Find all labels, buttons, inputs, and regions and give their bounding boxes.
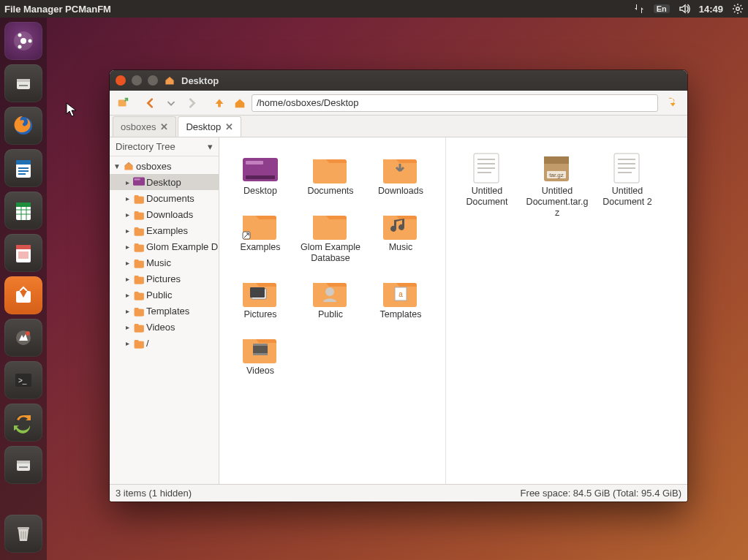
gear-icon[interactable] [732, 3, 744, 15]
launcher-dash[interactable] [4, 22, 42, 60]
top-panel: File Manager PCManFM En 14:49 [0, 0, 748, 18]
launcher-writer[interactable] [4, 149, 42, 187]
network-icon[interactable] [633, 3, 645, 15]
window-maximize-button[interactable] [148, 75, 158, 86]
new-tab-button[interactable] [114, 94, 132, 112]
file-item-examples[interactable]: Examples [227, 203, 294, 267]
tree-node-glom-example-d[interactable]: ▸Glom Example D [110, 238, 219, 254]
tree-node-osboxes[interactable]: ▼osboxes [110, 158, 219, 174]
nav-history-button[interactable] [162, 94, 180, 112]
archive-icon [537, 149, 578, 184]
svg-line-21 [741, 5, 742, 7]
folder-link-icon [240, 205, 281, 241]
svg-rect-63 [250, 287, 265, 298]
clock[interactable]: 14:49 [699, 4, 723, 15]
file-item-label: Templates [380, 309, 422, 320]
tree-node-desktop[interactable]: ▸Desktop [110, 174, 219, 190]
launcher-settings[interactable] [4, 319, 42, 357]
tree-node-music[interactable]: ▸Music [110, 254, 219, 270]
window-close-button[interactable] [116, 75, 126, 86]
svg-point-24 [29, 39, 32, 43]
file-panel-desktop[interactable]: Untitled DocumentUntitled Document.tar.g… [446, 137, 687, 484]
nav-forward-button[interactable] [183, 94, 200, 112]
directory-tree: ▼osboxes▸Desktop▸Documents▸Downloads▸Exa… [110, 156, 219, 484]
file-item-downloads[interactable]: Downloads [367, 146, 434, 200]
launcher-calc[interactable] [4, 192, 42, 230]
videos-icon [240, 329, 281, 364]
window-titlebar[interactable]: Desktop [110, 70, 687, 91]
svg-line-20 [734, 12, 736, 13]
file-item-public[interactable]: Public [297, 270, 364, 323]
svg-text:>_: >_ [18, 377, 27, 385]
file-item-templates[interactable]: aTemplates [367, 270, 434, 323]
svg-point-26 [18, 45, 22, 49]
path-input[interactable]: /home/osboxes/Desktop [252, 94, 658, 112]
svg-point-25 [18, 34, 22, 37]
sidebar-mode-selector[interactable]: Directory Tree ▾ [110, 137, 219, 156]
file-item-documents[interactable]: Documents [297, 146, 364, 200]
window-title: Desktop [181, 75, 219, 86]
file-panel-home[interactable]: DesktopDocumentsDownloadsExamplesGlom Ex… [219, 137, 446, 484]
file-item-label: Examples [241, 242, 281, 253]
launcher-terminal[interactable]: >_ [4, 361, 42, 399]
svg-rect-28 [17, 79, 30, 82]
launcher-pcmanfm[interactable] [4, 446, 42, 484]
file-item-glom-example-database[interactable]: Glom Example Database [297, 203, 364, 267]
desktop-icon [240, 149, 281, 184]
launcher-trash[interactable] [4, 515, 42, 553]
active-app-title: File Manager PCManFM [4, 4, 633, 15]
svg-rect-69 [253, 353, 268, 355]
path-text: /home/osboxes/Desktop [257, 97, 358, 108]
nav-back-button[interactable] [142, 94, 159, 112]
folder-icon [164, 75, 175, 86]
sound-icon[interactable] [679, 3, 690, 15]
svg-point-23 [20, 38, 26, 44]
pictures-icon [240, 273, 281, 308]
keyboard-layout-indicator[interactable]: En [654, 4, 670, 13]
chevron-down-icon: ▾ [208, 141, 213, 152]
svg-rect-53 [19, 466, 28, 468]
file-item-label: Downloads [378, 186, 423, 197]
tree-node-documents[interactable]: ▸Documents [110, 190, 219, 206]
mouse-cursor [66, 102, 78, 118]
close-icon[interactable]: ✕ [225, 121, 233, 132]
tab-osboxes[interactable]: osboxes✕ [113, 116, 176, 137]
file-item-desktop[interactable]: Desktop [227, 146, 294, 200]
nav-go-button[interactable] [665, 94, 683, 112]
svg-rect-37 [16, 203, 31, 207]
downloads-icon [380, 149, 421, 184]
tree-node-public[interactable]: ▸Public [110, 287, 219, 303]
status-bar: 3 items (1 hidden) Free space: 84.5 GiB … [110, 484, 687, 502]
launcher-files[interactable] [4, 64, 42, 102]
tree-node--[interactable]: ▸/ [110, 335, 219, 351]
launcher: >_ [0, 18, 47, 560]
file-item-untitled-document-tar-gz[interactable]: Untitled Document.tar.gz [524, 146, 591, 222]
file-item-untitled-document-2[interactable]: Untitled Document 2 [594, 146, 661, 222]
tab-desktop[interactable]: Desktop✕ [178, 116, 241, 137]
window-minimize-button[interactable] [132, 75, 142, 86]
tab-label: Desktop [186, 121, 221, 132]
file-view: DesktopDocumentsDownloadsExamplesGlom Ex… [219, 137, 687, 484]
tree-node-videos[interactable]: ▸Videos [110, 319, 219, 335]
nav-home-button[interactable] [231, 94, 249, 112]
tree-node-pictures[interactable]: ▸Pictures [110, 270, 219, 287]
tree-node-downloads[interactable]: ▸Downloads [110, 206, 219, 222]
text-icon [466, 149, 507, 184]
tree-node-templates[interactable]: ▸Templates [110, 303, 219, 319]
launcher-software[interactable] [4, 276, 42, 314]
file-item-label: Pictures [243, 309, 276, 320]
close-icon[interactable]: ✕ [160, 121, 168, 132]
tree-node-examples[interactable]: ▸Examples [110, 222, 219, 238]
file-item-pictures[interactable]: Pictures [227, 270, 294, 323]
status-free-space: Free space: 84.5 GiB (Total: 95.4 GiB) [521, 488, 681, 499]
launcher-updater[interactable] [4, 404, 42, 442]
file-item-untitled-document[interactable]: Untitled Document [453, 146, 521, 222]
file-item-videos[interactable]: Videos [227, 326, 294, 379]
launcher-impress[interactable] [4, 234, 42, 272]
file-item-label: Untitled Document 2 [595, 186, 660, 208]
file-item-music[interactable]: Music [367, 203, 434, 267]
indicator-area: En 14:49 [633, 3, 744, 15]
nav-up-button[interactable] [211, 94, 228, 112]
launcher-firefox[interactable] [4, 107, 42, 145]
text-icon [607, 149, 648, 184]
